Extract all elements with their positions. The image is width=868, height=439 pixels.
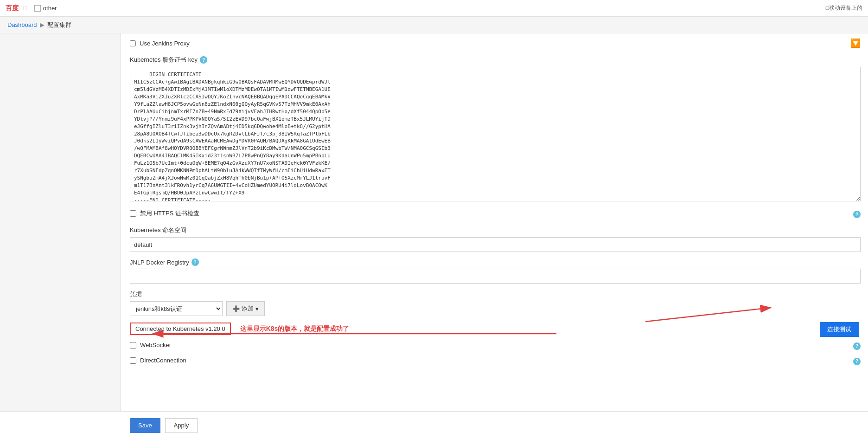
tab-favicon (34, 5, 41, 12)
disable-https-checkbox[interactable] (130, 210, 136, 217)
websocket-section: WebSocket ? (130, 342, 861, 350)
direct-connection-checkbox[interactable] (130, 357, 136, 364)
mobile-device-label: □移动设备上的 (826, 4, 862, 12)
jnlp-registry-label-row: JNLP Docker Registry ? (130, 258, 861, 266)
direct-connection-help-icon[interactable]: ? (853, 358, 861, 365)
credentials-row: jenkins和k8s认证 ➕ 添加 ▾ (130, 301, 861, 316)
websocket-help-icon[interactable]: ? (853, 342, 861, 350)
add-credentials-button[interactable]: ➕ 添加 ▾ (226, 301, 265, 316)
top-bar: 百度 □ other □移动设备上的 (0, 0, 868, 17)
disable-https-help-icon[interactable]: ? (853, 211, 861, 218)
tab-label: other (43, 5, 57, 12)
jnlp-registry-section: JNLP Docker Registry ? (130, 258, 861, 284)
use-jenkins-proxy-checkbox[interactable] (130, 40, 136, 46)
cert-key-textarea[interactable]: -----BEGIN CERTIFICATE----- MIIC5zCCAc+g… (130, 67, 861, 201)
breadcrumb-dashboard[interactable]: Dashboard (7, 21, 37, 28)
cert-key-help-icon[interactable]: ? (200, 56, 207, 64)
jnlp-registry-label: JNLP Docker Registry (130, 259, 189, 266)
disable-https-label: 禁用 HTTPS 证书检查 (140, 209, 199, 218)
credentials-section: 凭据 jenkins和k8s认证 ➕ 添加 ▾ (130, 290, 861, 316)
websocket-checkbox[interactable] (130, 342, 136, 349)
main-content: Use Jenkins Proxy 🔽 Kubernetes 服务证书 key … (0, 33, 868, 439)
browser-tab[interactable]: other (32, 5, 60, 12)
baidu-logo: 百度 (6, 4, 19, 13)
cert-key-section: Kubernetes 服务证书 key ? -----BEGIN CERTIFI… (130, 56, 861, 203)
separator: □ (23, 5, 27, 12)
save-button[interactable]: Save (130, 418, 160, 433)
apply-button[interactable]: Apply (165, 418, 198, 433)
connect-test-button[interactable]: 连接测试 (820, 322, 859, 337)
add-button-label: 添加 (242, 304, 254, 313)
breadcrumb: Dashboard ▶ 配置集群 (0, 17, 868, 33)
credentials-label: 凭据 (130, 290, 861, 298)
breadcrumb-arrow: ▶ (40, 21, 45, 28)
annotation-arrow-svg (148, 324, 556, 343)
bottom-actions: Save Apply (0, 411, 868, 439)
breadcrumb-current: 配置集群 (47, 21, 71, 29)
add-icon: ➕ (232, 305, 240, 312)
credentials-select[interactable]: jenkins和k8s认证 (130, 301, 223, 316)
jnlp-registry-input[interactable] (130, 269, 861, 284)
disable-https-section: 禁用 HTTPS 证书检查 ? (130, 209, 861, 220)
cert-key-label: Kubernetes 服务证书 key (130, 56, 198, 64)
add-dropdown-arrow: ▾ (255, 305, 259, 312)
cert-key-label-row: Kubernetes 服务证书 key ? (130, 56, 861, 64)
websocket-label: WebSocket (140, 342, 171, 349)
connected-status-section: Connected to Kubernetes v1.20.0 这里显示K8s的… (130, 323, 861, 335)
direct-connection-section: DirectConnection ? (130, 357, 861, 366)
section-collapse-icon[interactable]: 🔽 (850, 38, 861, 48)
namespace-label: Kubernetes 命名空间 (130, 226, 861, 234)
use-jenkins-proxy-section: Use Jenkins Proxy 🔽 (130, 38, 861, 48)
use-jenkins-proxy-label: Use Jenkins Proxy (140, 40, 190, 47)
jnlp-registry-help-icon[interactable]: ? (191, 258, 199, 266)
namespace-section: Kubernetes 命名空间 default (130, 226, 861, 252)
direct-connection-label: DirectConnection (140, 357, 186, 364)
namespace-input[interactable]: default (130, 237, 861, 252)
